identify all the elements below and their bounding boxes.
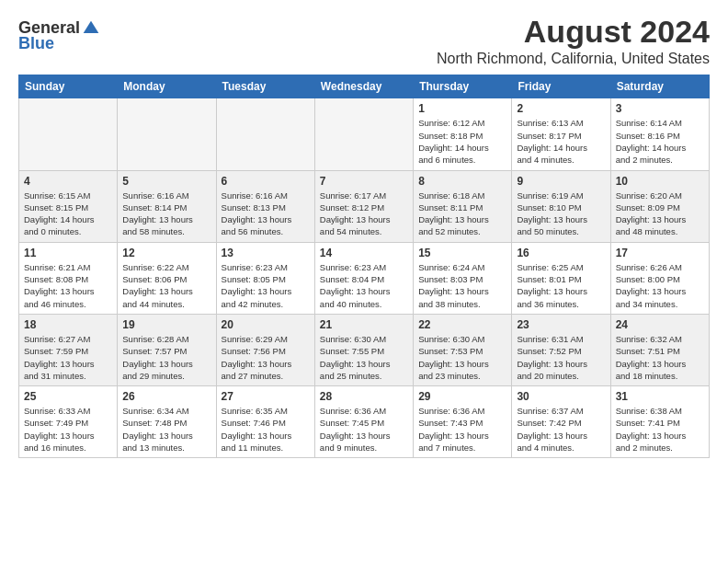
title-area: August 2024 North Richmond, California, … — [437, 15, 710, 67]
table-row: 3Sunrise: 6:14 AM Sunset: 8:16 PM Daylig… — [610, 98, 709, 170]
day-info: Sunrise: 6:25 AM Sunset: 8:01 PM Dayligh… — [517, 261, 605, 310]
table-row: 8Sunrise: 6:18 AM Sunset: 8:11 PM Daylig… — [414, 170, 512, 242]
day-info: Sunrise: 6:24 AM Sunset: 8:03 PM Dayligh… — [418, 261, 506, 310]
calendar-week-row: 1Sunrise: 6:12 AM Sunset: 8:18 PM Daylig… — [19, 98, 710, 170]
calendar-week-row: 18Sunrise: 6:27 AM Sunset: 7:59 PM Dayli… — [19, 314, 710, 385]
day-number: 15 — [418, 247, 506, 259]
day-number: 8 — [418, 175, 506, 188]
day-info: Sunrise: 6:22 AM Sunset: 8:06 PM Dayligh… — [122, 261, 210, 310]
table-row: 14Sunrise: 6:23 AM Sunset: 8:04 PM Dayli… — [314, 242, 413, 314]
logo-icon — [82, 19, 100, 38]
page-header: General Blue August 2024 North Richmond,… — [18, 15, 710, 67]
table-row: 17Sunrise: 6:26 AM Sunset: 8:00 PM Dayli… — [610, 242, 709, 314]
day-number: 18 — [24, 318, 112, 331]
calendar-subtitle: North Richmond, California, United State… — [437, 51, 710, 67]
day-info: Sunrise: 6:23 AM Sunset: 8:04 PM Dayligh… — [320, 261, 408, 310]
day-info: Sunrise: 6:18 AM Sunset: 8:11 PM Dayligh… — [418, 190, 506, 238]
day-info: Sunrise: 6:34 AM Sunset: 7:48 PM Dayligh… — [122, 405, 210, 454]
table-row: 16Sunrise: 6:25 AM Sunset: 8:01 PM Dayli… — [512, 242, 610, 314]
day-info: Sunrise: 6:33 AM Sunset: 7:49 PM Dayligh… — [24, 405, 112, 454]
day-number: 25 — [24, 390, 112, 403]
days-header-row: Sunday Monday Tuesday Wednesday Thursday… — [19, 75, 710, 98]
day-number: 4 — [24, 175, 112, 188]
day-number: 17 — [616, 247, 704, 259]
table-row: 5Sunrise: 6:16 AM Sunset: 8:14 PM Daylig… — [118, 170, 216, 242]
day-info: Sunrise: 6:23 AM Sunset: 8:05 PM Dayligh… — [222, 261, 310, 310]
calendar-week-row: 25Sunrise: 6:33 AM Sunset: 7:49 PM Dayli… — [19, 386, 710, 458]
table-row: 22Sunrise: 6:30 AM Sunset: 7:53 PM Dayli… — [414, 314, 512, 385]
table-row: 25Sunrise: 6:33 AM Sunset: 7:49 PM Dayli… — [19, 386, 118, 458]
day-info: Sunrise: 6:16 AM Sunset: 8:13 PM Dayligh… — [222, 190, 310, 238]
day-info: Sunrise: 6:13 AM Sunset: 8:17 PM Dayligh… — [517, 117, 605, 166]
table-row: 12Sunrise: 6:22 AM Sunset: 8:06 PM Dayli… — [118, 242, 216, 314]
day-info: Sunrise: 6:17 AM Sunset: 8:12 PM Dayligh… — [320, 190, 408, 238]
table-row: 30Sunrise: 6:37 AM Sunset: 7:42 PM Dayli… — [512, 386, 610, 458]
table-row — [118, 98, 216, 170]
day-info: Sunrise: 6:30 AM Sunset: 7:53 PM Dayligh… — [418, 333, 506, 382]
table-row: 28Sunrise: 6:36 AM Sunset: 7:45 PM Dayli… — [314, 386, 413, 458]
day-number: 5 — [122, 175, 210, 188]
table-row: 9Sunrise: 6:19 AM Sunset: 8:10 PM Daylig… — [512, 170, 610, 242]
day-number: 21 — [320, 318, 408, 331]
table-row: 2Sunrise: 6:13 AM Sunset: 8:17 PM Daylig… — [512, 98, 610, 170]
table-row: 6Sunrise: 6:16 AM Sunset: 8:13 PM Daylig… — [216, 170, 314, 242]
logo-blue-text: Blue — [18, 34, 54, 53]
day-number: 10 — [616, 175, 704, 188]
table-row: 4Sunrise: 6:15 AM Sunset: 8:15 PM Daylig… — [19, 170, 118, 242]
table-row — [314, 98, 413, 170]
day-number: 7 — [320, 175, 408, 188]
day-number: 19 — [122, 318, 210, 331]
table-row: 1Sunrise: 6:12 AM Sunset: 8:18 PM Daylig… — [414, 98, 512, 170]
day-info: Sunrise: 6:14 AM Sunset: 8:16 PM Dayligh… — [616, 117, 704, 166]
day-info: Sunrise: 6:32 AM Sunset: 7:51 PM Dayligh… — [616, 333, 704, 382]
table-row: 27Sunrise: 6:35 AM Sunset: 7:46 PM Dayli… — [216, 386, 314, 458]
day-info: Sunrise: 6:26 AM Sunset: 8:00 PM Dayligh… — [616, 261, 704, 310]
table-row: 7Sunrise: 6:17 AM Sunset: 8:12 PM Daylig… — [314, 170, 413, 242]
day-number: 27 — [222, 390, 310, 403]
day-number: 1 — [418, 102, 506, 115]
calendar-week-row: 4Sunrise: 6:15 AM Sunset: 8:15 PM Daylig… — [19, 170, 710, 242]
header-wednesday: Wednesday — [314, 75, 413, 98]
day-number: 29 — [418, 390, 506, 403]
day-number: 28 — [320, 390, 408, 403]
day-number: 16 — [517, 247, 605, 259]
table-row: 21Sunrise: 6:30 AM Sunset: 7:55 PM Dayli… — [314, 314, 413, 385]
day-info: Sunrise: 6:12 AM Sunset: 8:18 PM Dayligh… — [418, 117, 506, 166]
day-number: 6 — [222, 175, 310, 188]
table-row: 11Sunrise: 6:21 AM Sunset: 8:08 PM Dayli… — [19, 242, 118, 314]
calendar-table: Sunday Monday Tuesday Wednesday Thursday… — [18, 75, 710, 458]
day-number: 3 — [616, 102, 704, 115]
header-friday: Friday — [512, 75, 610, 98]
day-info: Sunrise: 6:38 AM Sunset: 7:41 PM Dayligh… — [616, 405, 704, 454]
day-info: Sunrise: 6:28 AM Sunset: 7:57 PM Dayligh… — [122, 333, 210, 382]
logo: General Blue — [18, 18, 100, 53]
table-row: 20Sunrise: 6:29 AM Sunset: 7:56 PM Dayli… — [216, 314, 314, 385]
table-row: 18Sunrise: 6:27 AM Sunset: 7:59 PM Dayli… — [19, 314, 118, 385]
day-number: 20 — [222, 318, 310, 331]
day-number: 26 — [122, 390, 210, 403]
table-row: 31Sunrise: 6:38 AM Sunset: 7:41 PM Dayli… — [610, 386, 709, 458]
day-info: Sunrise: 6:31 AM Sunset: 7:52 PM Dayligh… — [517, 333, 605, 382]
table-row: 23Sunrise: 6:31 AM Sunset: 7:52 PM Dayli… — [512, 314, 610, 385]
header-sunday: Sunday — [19, 75, 118, 98]
day-info: Sunrise: 6:36 AM Sunset: 7:45 PM Dayligh… — [320, 405, 408, 454]
day-number: 13 — [222, 247, 310, 259]
day-number: 12 — [122, 247, 210, 259]
day-info: Sunrise: 6:16 AM Sunset: 8:14 PM Dayligh… — [122, 190, 210, 238]
header-saturday: Saturday — [610, 75, 709, 98]
table-row: 10Sunrise: 6:20 AM Sunset: 8:09 PM Dayli… — [610, 170, 709, 242]
table-row — [19, 98, 118, 170]
header-tuesday: Tuesday — [216, 75, 314, 98]
day-info: Sunrise: 6:21 AM Sunset: 8:08 PM Dayligh… — [24, 261, 112, 310]
table-row: 13Sunrise: 6:23 AM Sunset: 8:05 PM Dayli… — [216, 242, 314, 314]
table-row: 29Sunrise: 6:36 AM Sunset: 7:43 PM Dayli… — [414, 386, 512, 458]
day-info: Sunrise: 6:29 AM Sunset: 7:56 PM Dayligh… — [222, 333, 310, 382]
day-number: 23 — [517, 318, 605, 331]
day-info: Sunrise: 6:27 AM Sunset: 7:59 PM Dayligh… — [24, 333, 112, 382]
table-row: 26Sunrise: 6:34 AM Sunset: 7:48 PM Dayli… — [118, 386, 216, 458]
svg-marker-0 — [84, 20, 99, 32]
calendar-week-row: 11Sunrise: 6:21 AM Sunset: 8:08 PM Dayli… — [19, 242, 710, 314]
day-number: 2 — [517, 102, 605, 115]
day-number: 14 — [320, 247, 408, 259]
table-row: 24Sunrise: 6:32 AM Sunset: 7:51 PM Dayli… — [610, 314, 709, 385]
